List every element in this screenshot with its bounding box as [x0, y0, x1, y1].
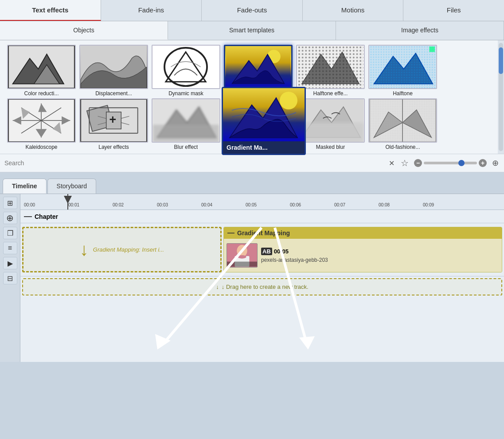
effect-blur[interactable]: Blur effect [152, 98, 220, 150]
ab-icon: AB [261, 248, 272, 255]
timeline-tabs: Timeline Storyboard [0, 176, 504, 194]
effect-old-fashioned[interactable]: Old-fashione... [368, 98, 437, 150]
toolbar-icon-group[interactable]: ❐ [3, 227, 17, 239]
ruler-mark-9: 00:09 [423, 202, 434, 207]
insert-content: ↓ Gradient Mapping: Insert i... [80, 240, 164, 260]
clip-time-value: 00:05 [274, 248, 289, 255]
timeline-ruler: 00:00 00:01 00:02 00:03 00:04 00:05 00:0… [20, 194, 504, 210]
ruler-mark-3: 00:03 [157, 202, 168, 207]
zoom-plus-button[interactable]: + [479, 159, 487, 167]
effect-label-halftone: Halftone [393, 90, 413, 97]
effect-halftone-eff[interactable]: Halftone effe... [296, 45, 365, 97]
effect-thumb-blur [152, 98, 220, 143]
effect-kaleidoscope[interactable]: Kaleidoscope [7, 98, 76, 150]
effect-thumb-halftone [368, 45, 437, 89]
tab-storyboard[interactable]: Storyboard [47, 179, 96, 194]
effect-layer-effects[interactable]: + Layer effects [79, 98, 148, 150]
track-collapse-icon[interactable]: — [227, 229, 234, 237]
gradient-track-block: — Gradient Mapping [223, 227, 502, 272]
effect-halftone[interactable]: Halftone [368, 45, 437, 97]
effect-thumb-color-reduction [7, 45, 76, 89]
effect-label-old-fashioned: Old-fashione... [385, 144, 420, 150]
tab-fade-outs[interactable]: Fade-outs [202, 0, 303, 21]
drag-here-label: ↓ Drag here to create a new track. [222, 284, 309, 290]
svg-point-71 [237, 245, 247, 257]
tab-files[interactable]: Files [403, 0, 504, 21]
svg-rect-74 [227, 262, 257, 267]
svg-rect-58 [297, 123, 363, 142]
svg-rect-66 [370, 99, 436, 142]
clip-info: AB 00:05 pexels-anastasiya-gebb-203 [261, 248, 328, 263]
ruler-mark-5: 00:05 [246, 202, 257, 207]
insert-label: Gradient Mapping: Insert i... [93, 246, 164, 253]
effect-dynamic-mask[interactable]: Dynamic mask [152, 45, 220, 97]
gradient-ma-tooltip: Gradient Ma... [222, 87, 306, 155]
effect-label-color-reduction: Color reducti... [24, 90, 59, 97]
timeline-tracks: 00:00 00:01 00:02 00:03 00:04 00:05 00:0… [20, 194, 504, 362]
zoom-minus-button[interactable]: − [414, 159, 422, 167]
clear-search-button[interactable]: ✕ [388, 158, 395, 168]
top-tabs: Text effects Fade-ins Fade-outs Motions … [0, 0, 504, 21]
chapter-label: Chapter [35, 213, 58, 220]
timeline-area: Timeline Storyboard ⊞ ⊕ ❐ ≡ ▶ ⊟ [0, 176, 504, 439]
sub-tab-image-effects[interactable]: Image effects [336, 21, 504, 40]
svg-rect-43 [153, 125, 219, 142]
track-clip-insert[interactable]: ↓ Gradient Mapping: Insert i... [22, 227, 222, 272]
tab-timeline[interactable]: Timeline [3, 179, 47, 194]
app-container: Text effects Fade-ins Fade-outs Motions … [0, 0, 504, 439]
effect-masked-blur[interactable]: Masked blur [296, 98, 365, 150]
tooltip-label: Gradient Ma... [223, 141, 305, 154]
sub-tab-smart-templates[interactable]: Smart templates [168, 21, 336, 40]
ruler-mark-6: 00:06 [290, 202, 301, 207]
scrollbar-thumb[interactable] [499, 47, 503, 74]
clip-time-row: AB 00:05 [261, 248, 328, 255]
effects-area: Color reducti... Displacement... [0, 40, 504, 154]
effect-thumb-displacement [79, 45, 148, 89]
gradient-track-clip[interactable]: AB 00:05 pexels-anastasiya-gebb-203 [224, 239, 502, 272]
effect-label-layer-effects: Layer effects [98, 144, 129, 150]
effect-label-kaleidoscope: Kaleidoscope [25, 144, 57, 150]
effect-thumb-old-fashioned [368, 98, 437, 143]
effect-displacement[interactable]: Displacement... [79, 45, 148, 97]
toolbar-icon-stitch[interactable]: ⊟ [3, 272, 17, 284]
playhead-line [67, 194, 68, 210]
effect-label-blur: Blur effect [174, 144, 198, 150]
search-input[interactable] [4, 159, 385, 167]
chapter-row: — Chapter [20, 210, 504, 223]
sub-tab-objects[interactable]: Objects [0, 21, 168, 40]
chapter-collapse[interactable]: — [24, 212, 32, 221]
ruler-mark-2: 00:02 [113, 202, 124, 207]
svg-point-68 [280, 92, 297, 109]
effect-thumb-kaleidoscope [7, 98, 76, 143]
drag-arrow-icon: ↓ [216, 284, 219, 290]
track-row: ↓ Gradient Mapping: Insert i... — Gradie… [20, 223, 504, 276]
clip-thumbnail [227, 243, 258, 268]
toolbar-icon-layers[interactable]: ≡ [3, 242, 17, 254]
toolbar-icon-play[interactable]: ▶ [3, 257, 17, 269]
ruler-mark-0: 00:00 [24, 202, 35, 207]
zoom-controls: − + [414, 159, 487, 167]
clip-filename: pexels-anastasiya-gebb-203 [261, 257, 328, 263]
zoom-fit-button[interactable]: ⊕ [491, 157, 500, 169]
timeline-content: ⊞ ⊕ ❐ ≡ ▶ ⊟ 00:00 00:01 [0, 194, 504, 362]
svg-text:+: + [109, 113, 116, 126]
zoom-slider[interactable] [424, 162, 477, 164]
star-button[interactable]: ☆ [400, 157, 410, 169]
effect-thumb-layer-effects: + [79, 98, 148, 143]
svg-rect-18 [370, 46, 436, 88]
tab-motions[interactable]: Motions [303, 0, 404, 21]
toolbar-icon-grid[interactable]: ⊞ [3, 197, 17, 209]
drag-here-row[interactable]: ↓ ↓ Drag here to create a new track. [22, 278, 502, 295]
effect-color-reduction[interactable]: Color reducti... [7, 45, 76, 97]
sub-tabs: Objects Smart templates Image effects [0, 21, 504, 40]
ruler-mark-7: 00:07 [334, 202, 345, 207]
effect-thumb-dynamic-mask [152, 45, 220, 89]
effects-scrollbar[interactable] [498, 40, 504, 154]
effect-label-masked-blur: Masked blur [316, 144, 345, 150]
ruler-mark-4: 00:04 [201, 202, 212, 207]
toolbar-icon-add-track[interactable]: ⊕ [3, 212, 17, 224]
zoom-handle[interactable] [458, 160, 465, 166]
tab-fade-ins[interactable]: Fade-ins [101, 0, 202, 21]
effect-label-halftone-eff: Halftone effe... [313, 90, 348, 97]
tab-text-effects[interactable]: Text effects [0, 0, 101, 21]
